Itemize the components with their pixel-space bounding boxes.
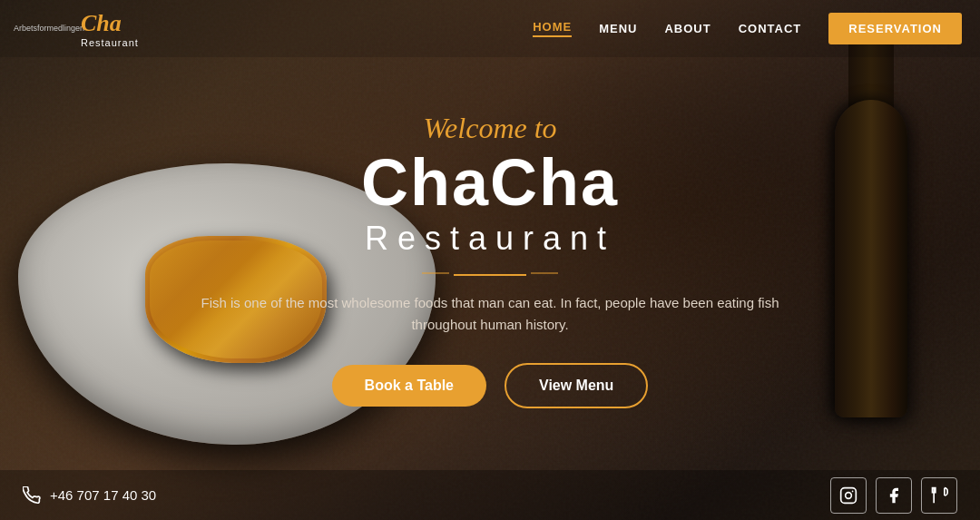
welcome-text: Welcome to — [423, 112, 556, 145]
hero-buttons: Book a Table View Menu — [332, 363, 649, 408]
instagram-button[interactable] — [830, 477, 867, 514]
phone-number: +46 707 17 40 30 — [50, 487, 156, 503]
logo-text-group: Cha Restaurant — [81, 10, 139, 48]
navbar: Arbetsformedlingen Cha Restaurant HOME M… — [0, 0, 980, 57]
social-icons — [830, 477, 957, 514]
facebook-icon — [885, 486, 903, 505]
footer-bar: +46 707 17 40 30 — [0, 470, 980, 520]
fork-knife-icon — [930, 486, 948, 505]
nav-menu[interactable]: MENU — [599, 22, 637, 35]
instagram-icon — [839, 486, 858, 505]
facebook-button[interactable] — [876, 477, 912, 514]
reservation-button[interactable]: RESERVATION — [828, 13, 962, 44]
logo-restaurant: Restaurant — [81, 37, 139, 48]
logo-cha: Cha — [81, 10, 122, 36]
nav-contact[interactable]: CONTACT — [739, 22, 802, 35]
fork-button[interactable] — [921, 477, 957, 514]
divider — [454, 274, 526, 276]
restaurant-name-sub: Restaurant — [365, 220, 615, 258]
svg-rect-0 — [841, 487, 857, 503]
svg-point-2 — [852, 490, 854, 492]
nav-links: HOME MENU ABOUT CONTACT RESERVATION — [533, 13, 962, 44]
phone-area: +46 707 17 40 30 — [23, 486, 156, 505]
nav-about[interactable]: ABOUT — [664, 22, 710, 35]
hero-description: Fish is one of the most wholesome foods … — [177, 292, 803, 336]
nav-home[interactable]: HOME — [533, 20, 572, 37]
view-menu-button[interactable]: View Menu — [505, 363, 648, 408]
book-table-button[interactable]: Book a Table — [332, 365, 486, 407]
svg-point-1 — [846, 492, 852, 498]
phone-icon — [23, 486, 41, 505]
restaurant-name-main: ChaCha — [361, 150, 619, 215]
hero-content: Welcome to ChaCha Restaurant Fish is one… — [0, 0, 980, 520]
logo: Arbetsformedlingen Cha Restaurant — [14, 10, 139, 48]
logo-small-text: Arbetsformedlingen — [14, 24, 77, 34]
